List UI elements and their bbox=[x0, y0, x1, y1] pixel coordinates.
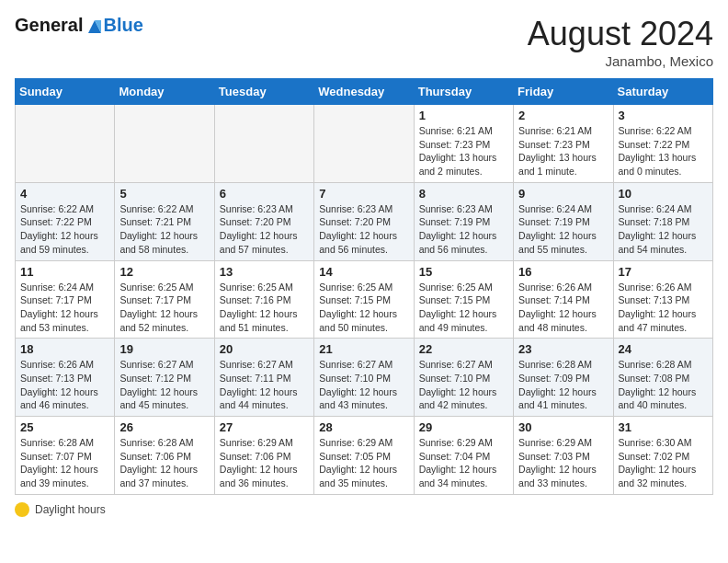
day-number: 17 bbox=[619, 265, 708, 279]
day-number: 23 bbox=[518, 342, 608, 356]
sun-icon bbox=[15, 502, 29, 517]
calendar-cell: 6Sunrise: 6:23 AM Sunset: 7:20 PM Daylig… bbox=[214, 182, 313, 260]
day-info: Sunrise: 6:27 AM Sunset: 7:11 PM Dayligh… bbox=[220, 358, 309, 412]
day-number: 10 bbox=[619, 187, 708, 201]
calendar-cell: 2Sunrise: 6:21 AM Sunset: 7:23 PM Daylig… bbox=[514, 105, 613, 183]
calendar-cell: 16Sunrise: 6:26 AM Sunset: 7:14 PM Dayli… bbox=[514, 260, 613, 339]
day-number: 26 bbox=[119, 420, 209, 434]
day-info: Sunrise: 6:24 AM Sunset: 7:19 PM Dayligh… bbox=[518, 202, 608, 257]
day-info: Sunrise: 6:26 AM Sunset: 7:13 PM Dayligh… bbox=[20, 358, 109, 412]
day-info: Sunrise: 6:25 AM Sunset: 7:15 PM Dayligh… bbox=[419, 281, 508, 335]
day-info: Sunrise: 6:29 AM Sunset: 7:06 PM Dayligh… bbox=[220, 436, 309, 490]
calendar-cell: 25Sunrise: 6:28 AM Sunset: 7:07 PM Dayli… bbox=[16, 417, 115, 495]
day-info: Sunrise: 6:22 AM Sunset: 7:22 PM Dayligh… bbox=[20, 202, 109, 257]
day-info: Sunrise: 6:23 AM Sunset: 7:20 PM Dayligh… bbox=[220, 202, 309, 257]
day-info: Sunrise: 6:29 AM Sunset: 7:05 PM Dayligh… bbox=[319, 436, 408, 490]
day-number: 19 bbox=[119, 342, 209, 356]
calendar-cell: 5Sunrise: 6:22 AM Sunset: 7:21 PM Daylig… bbox=[115, 182, 214, 260]
calendar-cell: 17Sunrise: 6:26 AM Sunset: 7:13 PM Dayli… bbox=[613, 260, 712, 339]
day-info: Sunrise: 6:28 AM Sunset: 7:06 PM Dayligh… bbox=[119, 436, 209, 490]
week-row-1: 1Sunrise: 6:21 AM Sunset: 7:23 PM Daylig… bbox=[16, 105, 713, 183]
day-info: Sunrise: 6:25 AM Sunset: 7:17 PM Dayligh… bbox=[119, 281, 209, 335]
week-row-3: 11Sunrise: 6:24 AM Sunset: 7:17 PM Dayli… bbox=[16, 260, 713, 339]
calendar-cell: 31Sunrise: 6:30 AM Sunset: 7:02 PM Dayli… bbox=[613, 417, 712, 495]
calendar-table: SundayMondayTuesdayWednesdayThursdayFrid… bbox=[15, 78, 713, 495]
title-block: August 2024 Janambo, Mexico bbox=[528, 15, 713, 69]
day-info: Sunrise: 6:28 AM Sunset: 7:09 PM Dayligh… bbox=[518, 358, 608, 412]
day-number: 22 bbox=[419, 342, 508, 356]
calendar-cell bbox=[214, 105, 313, 183]
day-number: 9 bbox=[518, 187, 608, 201]
weekday-header-thursday: Thursday bbox=[414, 79, 513, 105]
day-info: Sunrise: 6:28 AM Sunset: 7:07 PM Dayligh… bbox=[20, 436, 109, 490]
logo: General Blue bbox=[15, 15, 143, 37]
day-number: 11 bbox=[20, 265, 109, 279]
weekday-header-row: SundayMondayTuesdayWednesdayThursdayFrid… bbox=[16, 79, 713, 105]
day-info: Sunrise: 6:24 AM Sunset: 7:17 PM Dayligh… bbox=[20, 281, 109, 335]
day-info: Sunrise: 6:27 AM Sunset: 7:10 PM Dayligh… bbox=[319, 358, 408, 412]
week-row-2: 4Sunrise: 6:22 AM Sunset: 7:22 PM Daylig… bbox=[16, 182, 713, 260]
day-number: 5 bbox=[119, 187, 209, 201]
weekday-header-sunday: Sunday bbox=[16, 79, 115, 105]
location: Janambo, Mexico bbox=[528, 53, 713, 69]
week-row-4: 18Sunrise: 6:26 AM Sunset: 7:13 PM Dayli… bbox=[16, 339, 713, 417]
calendar-cell: 20Sunrise: 6:27 AM Sunset: 7:11 PM Dayli… bbox=[214, 339, 313, 417]
logo-icon bbox=[85, 17, 105, 37]
calendar-cell: 29Sunrise: 6:29 AM Sunset: 7:04 PM Dayli… bbox=[414, 417, 513, 495]
calendar-cell: 18Sunrise: 6:26 AM Sunset: 7:13 PM Dayli… bbox=[16, 339, 115, 417]
day-number: 3 bbox=[619, 109, 708, 122]
calendar-cell: 11Sunrise: 6:24 AM Sunset: 7:17 PM Dayli… bbox=[16, 260, 115, 339]
logo-blue: Blue bbox=[103, 15, 142, 36]
day-number: 2 bbox=[518, 109, 608, 122]
calendar-cell bbox=[115, 105, 214, 183]
day-number: 28 bbox=[319, 420, 408, 434]
calendar-cell: 4Sunrise: 6:22 AM Sunset: 7:22 PM Daylig… bbox=[16, 182, 115, 260]
day-number: 31 bbox=[619, 420, 708, 434]
calendar-cell: 19Sunrise: 6:27 AM Sunset: 7:12 PM Dayli… bbox=[115, 339, 214, 417]
weekday-header-saturday: Saturday bbox=[613, 79, 712, 105]
week-row-5: 25Sunrise: 6:28 AM Sunset: 7:07 PM Dayli… bbox=[16, 417, 713, 495]
day-number: 4 bbox=[20, 187, 109, 201]
day-info: Sunrise: 6:25 AM Sunset: 7:16 PM Dayligh… bbox=[220, 281, 309, 335]
calendar-cell bbox=[16, 105, 115, 183]
day-number: 30 bbox=[518, 420, 608, 434]
day-number: 20 bbox=[220, 342, 309, 356]
day-info: Sunrise: 6:22 AM Sunset: 7:21 PM Dayligh… bbox=[119, 202, 209, 257]
calendar-cell: 15Sunrise: 6:25 AM Sunset: 7:15 PM Dayli… bbox=[414, 260, 513, 339]
day-info: Sunrise: 6:27 AM Sunset: 7:10 PM Dayligh… bbox=[419, 358, 508, 412]
month-title: August 2024 bbox=[528, 15, 713, 53]
calendar-cell: 8Sunrise: 6:23 AM Sunset: 7:19 PM Daylig… bbox=[414, 182, 513, 260]
day-number: 14 bbox=[319, 265, 408, 279]
page-header: General Blue August 2024 Janambo, Mexico bbox=[15, 15, 713, 69]
day-number: 8 bbox=[419, 187, 508, 201]
day-info: Sunrise: 6:26 AM Sunset: 7:13 PM Dayligh… bbox=[619, 281, 708, 335]
day-number: 27 bbox=[220, 420, 309, 434]
day-info: Sunrise: 6:29 AM Sunset: 7:03 PM Dayligh… bbox=[518, 436, 608, 490]
day-number: 13 bbox=[220, 265, 309, 279]
calendar-cell: 9Sunrise: 6:24 AM Sunset: 7:19 PM Daylig… bbox=[514, 182, 613, 260]
calendar-cell: 3Sunrise: 6:22 AM Sunset: 7:22 PM Daylig… bbox=[613, 105, 712, 183]
calendar-cell: 10Sunrise: 6:24 AM Sunset: 7:18 PM Dayli… bbox=[613, 182, 712, 260]
calendar-cell: 26Sunrise: 6:28 AM Sunset: 7:06 PM Dayli… bbox=[115, 417, 214, 495]
calendar-cell: 23Sunrise: 6:28 AM Sunset: 7:09 PM Dayli… bbox=[514, 339, 613, 417]
day-number: 29 bbox=[419, 420, 508, 434]
day-number: 16 bbox=[518, 265, 608, 279]
day-number: 18 bbox=[20, 342, 109, 356]
day-info: Sunrise: 6:29 AM Sunset: 7:04 PM Dayligh… bbox=[419, 436, 508, 490]
calendar-cell: 12Sunrise: 6:25 AM Sunset: 7:17 PM Dayli… bbox=[115, 260, 214, 339]
day-info: Sunrise: 6:24 AM Sunset: 7:18 PM Dayligh… bbox=[619, 202, 708, 257]
weekday-header-wednesday: Wednesday bbox=[314, 79, 414, 105]
day-number: 1 bbox=[419, 109, 508, 122]
calendar-cell bbox=[314, 105, 414, 183]
day-number: 25 bbox=[20, 420, 109, 434]
calendar-cell: 22Sunrise: 6:27 AM Sunset: 7:10 PM Dayli… bbox=[414, 339, 513, 417]
day-info: Sunrise: 6:23 AM Sunset: 7:20 PM Dayligh… bbox=[319, 202, 408, 257]
calendar-cell: 21Sunrise: 6:27 AM Sunset: 7:10 PM Dayli… bbox=[314, 339, 414, 417]
calendar-cell: 14Sunrise: 6:25 AM Sunset: 7:15 PM Dayli… bbox=[314, 260, 414, 339]
daylight-label: Daylight hours bbox=[35, 503, 106, 516]
day-number: 21 bbox=[319, 342, 408, 356]
day-info: Sunrise: 6:25 AM Sunset: 7:15 PM Dayligh… bbox=[319, 281, 408, 335]
calendar-cell: 30Sunrise: 6:29 AM Sunset: 7:03 PM Dayli… bbox=[514, 417, 613, 495]
day-number: 6 bbox=[220, 187, 309, 201]
weekday-header-monday: Monday bbox=[115, 79, 214, 105]
